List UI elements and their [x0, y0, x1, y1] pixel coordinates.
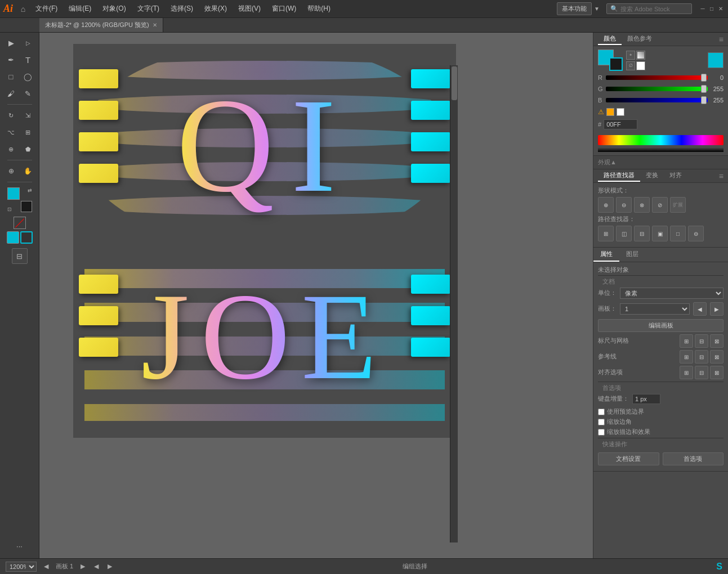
- edit-artboard-btn[interactable]: 编辑画板: [598, 319, 723, 332]
- background-swatch[interactable]: [21, 201, 32, 212]
- warp-tool[interactable]: ⌥: [3, 124, 19, 140]
- snap-icon-1[interactable]: ⊞: [680, 366, 693, 379]
- artboard-select[interactable]: 1: [620, 303, 690, 315]
- use-preview-checkbox[interactable]: [598, 409, 605, 415]
- lock-guides-icon[interactable]: ⊟: [695, 350, 708, 364]
- menu-effect[interactable]: 效果(X): [200, 2, 231, 16]
- menu-view[interactable]: 视图(V): [234, 2, 265, 16]
- live-paint-tool[interactable]: ⬟: [20, 141, 36, 157]
- r-slider-thumb[interactable]: [701, 74, 707, 82]
- merge-btn[interactable]: ⊟: [634, 226, 650, 241]
- more-tools[interactable]: ···: [12, 538, 28, 558]
- divide-btn[interactable]: ⊞: [598, 226, 614, 241]
- select-tool[interactable]: ▶: [3, 35, 19, 51]
- free-transform-tool[interactable]: ⊞: [20, 124, 36, 140]
- r-slider[interactable]: [606, 75, 708, 80]
- scale-strokes-checkbox[interactable]: [598, 419, 605, 425]
- scale-tool[interactable]: ⇲: [20, 107, 36, 123]
- rotate-tool[interactable]: ↻: [3, 107, 19, 123]
- snap-icon-3[interactable]: ⊠: [710, 366, 723, 379]
- page-prev-btn[interactable]: ◀: [42, 563, 50, 570]
- new-swatch-icon[interactable]: +: [626, 51, 635, 60]
- close-button[interactable]: ✕: [717, 5, 725, 13]
- menu-select[interactable]: 选择(S): [166, 2, 198, 16]
- white-swatch[interactable]: [636, 61, 645, 70]
- spectrum-bar[interactable]: [598, 135, 723, 145]
- trim-btn[interactable]: ◫: [616, 226, 632, 241]
- g-slider-thumb[interactable]: [701, 85, 707, 93]
- paintbrush-tool[interactable]: 🖌: [3, 86, 19, 101]
- direct-select-tool[interactable]: ▷: [20, 35, 36, 51]
- gradient-swatch-icon[interactable]: [636, 51, 645, 60]
- show-guides-icon[interactable]: ⊞: [680, 350, 693, 364]
- page-next-btn[interactable]: ▶: [79, 563, 87, 570]
- tab-align[interactable]: 对齐: [664, 170, 687, 182]
- b-slider[interactable]: [606, 98, 708, 102]
- workspace-dropdown-icon[interactable]: ▼: [594, 6, 600, 12]
- active-color-swatch[interactable]: [708, 52, 723, 68]
- nav-next-btn[interactable]: ▶: [106, 563, 114, 570]
- menu-file[interactable]: 文件(F): [31, 2, 62, 16]
- b-slider-thumb[interactable]: [701, 96, 707, 104]
- crop-btn[interactable]: ▣: [652, 226, 668, 241]
- menu-text[interactable]: 文字(T): [133, 2, 164, 16]
- pathfinder-menu-icon[interactable]: ≡: [719, 172, 723, 181]
- foreground-swatch[interactable]: [7, 187, 20, 200]
- color-panel-menu-icon[interactable]: ≡: [719, 35, 723, 44]
- screen-mode-icon[interactable]: ⊟: [12, 248, 28, 264]
- fill-color-btn[interactable]: [7, 231, 19, 244]
- shape-builder-tool[interactable]: ⊕: [3, 141, 19, 157]
- outline-btn[interactable]: □: [670, 226, 686, 241]
- nav-prev-btn[interactable]: ◀: [92, 563, 100, 570]
- document-tab[interactable]: 未标题-2* @ 1200% (RGB/GPU 预览) ✕: [39, 18, 163, 32]
- menu-window[interactable]: 窗口(W): [267, 2, 301, 16]
- workspace-label[interactable]: 基本功能: [557, 2, 592, 15]
- menu-edit[interactable]: 编辑(E): [64, 2, 96, 16]
- next-artboard-btn[interactable]: ▶: [710, 302, 723, 316]
- swap-colors-icon[interactable]: ⇄: [28, 187, 32, 193]
- exclude-btn[interactable]: ⊘: [652, 197, 668, 213]
- zoom-tool[interactable]: ⊕: [3, 163, 19, 179]
- screen-mode-btn[interactable]: ⊟: [12, 248, 28, 264]
- menu-object[interactable]: 对象(O): [98, 2, 130, 16]
- tab-color-guide[interactable]: 颜色参考: [622, 33, 658, 45]
- prev-artboard-btn[interactable]: ◀: [693, 302, 707, 316]
- menu-help[interactable]: 帮助(H): [303, 2, 335, 16]
- minus-front-btn[interactable]: ⊖: [616, 197, 632, 213]
- grid-icon[interactable]: ⊟: [695, 334, 708, 348]
- minus-back-btn[interactable]: ⊖: [688, 226, 704, 241]
- ellipse-tool[interactable]: ◯: [20, 69, 36, 84]
- search-input[interactable]: [620, 6, 688, 12]
- vertical-scrollbar[interactable]: [450, 65, 458, 542]
- restore-button[interactable]: □: [708, 5, 716, 13]
- hex-input[interactable]: [604, 119, 637, 129]
- snap-icon-2[interactable]: ⊟: [695, 366, 708, 379]
- more-tools-icon[interactable]: ···: [12, 538, 28, 554]
- tab-layers[interactable]: 图层: [619, 248, 645, 262]
- default-colors-icon[interactable]: ⊡: [7, 207, 12, 212]
- white-color-swatch[interactable]: [617, 108, 624, 116]
- preferences-btn[interactable]: 首选项: [663, 452, 724, 465]
- out-of-gamut-swatch[interactable]: [606, 108, 614, 116]
- zoom-select[interactable]: 1200%: [6, 562, 37, 572]
- tab-close-icon[interactable]: ✕: [153, 22, 157, 28]
- canvas-area[interactable]: QI: [39, 33, 593, 558]
- rectangle-tool[interactable]: □: [3, 69, 19, 84]
- expand-btn[interactable]: 扩展: [670, 197, 686, 213]
- hand-tool[interactable]: ✋: [20, 163, 36, 179]
- tab-properties[interactable]: 属性: [593, 248, 619, 262]
- pen-tool[interactable]: ✒: [3, 52, 19, 68]
- smart-guides-icon[interactable]: ⊠: [710, 350, 723, 364]
- tab-color[interactable]: 颜色: [598, 33, 622, 45]
- scale-effects-checkbox[interactable]: [598, 429, 605, 436]
- pencil-tool[interactable]: ✎: [20, 86, 36, 101]
- unite-btn[interactable]: ⊕: [598, 197, 614, 213]
- scroll-thumb-vertical[interactable]: [452, 66, 457, 100]
- tab-pathfinder[interactable]: 路径查找器: [598, 170, 640, 182]
- keyboard-input[interactable]: [632, 394, 660, 404]
- home-icon[interactable]: ⌂: [17, 3, 29, 15]
- tab-transform[interactable]: 变换: [640, 170, 664, 182]
- stroke-color-btn[interactable]: [20, 231, 33, 244]
- ruler-icon[interactable]: ⊞: [680, 334, 693, 348]
- none-swatch-icon[interactable]: ∅: [626, 61, 635, 70]
